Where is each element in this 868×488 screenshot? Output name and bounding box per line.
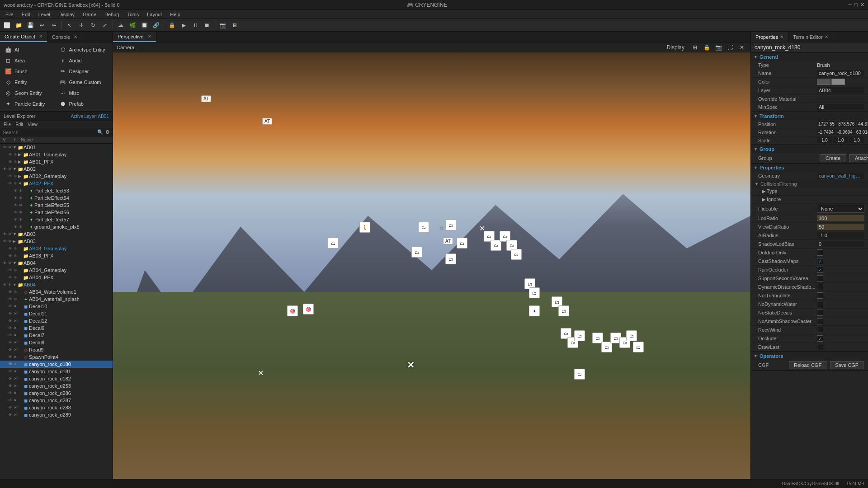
toolbar-open[interactable]: 📁: [14, 20, 24, 30]
create-item-particle[interactable]: ✦ Particle Entity: [2, 99, 57, 109]
tree-item-AB01_PFX[interactable]: 👁 ❄ ▶ 📁 AB01_PFX: [0, 158, 113, 165]
menu-layout[interactable]: Layout: [143, 11, 165, 18]
tab-console-close[interactable]: ✕: [74, 34, 77, 39]
toolbar-snap[interactable]: 🔲: [139, 20, 149, 30]
tree-item-AB03[interactable]: 👁 ❄ ▼ 📁 AB03: [0, 230, 113, 238]
menu-display[interactable]: Display: [55, 11, 78, 18]
prop-color-value[interactable]: [817, 79, 845, 85]
tab-create-object[interactable]: Create Object ✕: [0, 32, 47, 42]
toolbar-play[interactable]: ▶: [179, 20, 189, 30]
pos-x[interactable]: 1727.55: [817, 121, 836, 127]
outdooronly-checkbox[interactable]: [817, 249, 823, 256]
create-item-misc[interactable]: ··· Misc: [57, 88, 111, 99]
tree-item-canyon_rock_d287[interactable]: 👁 ✕ ◼ canyon_rock_d287: [0, 397, 113, 404]
tab-properties[interactable]: Properties ✕: [751, 32, 788, 42]
castshadowmaps-checkbox[interactable]: [817, 258, 823, 264]
menu-tools[interactable]: Tools: [123, 11, 142, 18]
section-properties-header[interactable]: ▼ Properties: [751, 164, 868, 172]
prop-lodratio-value[interactable]: 100: [817, 215, 864, 221]
tree-item-AB02_PFX[interactable]: 👁 ❄ ▼ 📁 AB02_PFX: [0, 180, 113, 187]
toolbar-undo[interactable]: ↩: [37, 20, 47, 30]
toolbar-scale[interactable]: ⤢: [100, 20, 110, 30]
toolbar-move[interactable]: ✛: [76, 20, 86, 30]
tree-item-canyon_rock_d289[interactable]: 👁 ✕ ◼ canyon_rock_d289: [0, 411, 113, 418]
tree-item-canyon_rock_d288[interactable]: 👁 ✕ ◼ canyon_rock_d288: [0, 404, 113, 411]
tree-item-AB02[interactable]: 👁 ❄ ▼ 📁 AB02: [0, 165, 113, 173]
create-item-archetype[interactable]: ⬡ Archetype Entity: [57, 44, 111, 55]
tree-item-canyon_rock_d182[interactable]: 👁 ✕ ◼ canyon_rock_d182: [0, 375, 113, 382]
viewport-canvas[interactable]: AT AT 🚶 🎯 🎯 🗂 🗂 🗂 🗂 🗂 🗂 AT 🗂 🗂 🗂 🗂 🗂 🗂 🗂: [113, 52, 750, 488]
create-item-designer[interactable]: ✏ Designer: [57, 66, 111, 77]
prop-hideable-select[interactable]: None: [817, 205, 864, 213]
scale-z[interactable]: 1.0: [849, 137, 864, 143]
toolbar-rotate[interactable]: ↻: [88, 20, 98, 30]
tree-item-Decal8[interactable]: 👁 ✕ ◼ Decal8: [0, 339, 113, 346]
noammbshadow-checkbox[interactable]: [817, 318, 823, 324]
tree-item-ParticleEffect55[interactable]: 👁 ❄ ✦ ParticleEffect55: [0, 202, 113, 209]
menu-game[interactable]: Game: [79, 11, 100, 18]
toolbar-redo[interactable]: ↪: [49, 20, 59, 30]
recvwind-checkbox[interactable]: [817, 327, 823, 333]
tree-item-canyon_rock_d286[interactable]: 👁 ✕ ◼ canyon_rock_d286: [0, 389, 113, 397]
terrain-tab-close[interactable]: ✕: [825, 34, 828, 39]
pos-z[interactable]: 44.6759: [857, 121, 868, 127]
toolbar-render[interactable]: 🖥: [230, 20, 240, 30]
expand-arrow[interactable]: ▼: [13, 232, 17, 236]
toolbar-grass[interactable]: 🌿: [127, 20, 137, 30]
expand-arrow[interactable]: ▼: [18, 181, 23, 186]
tree-item-AB03_PFX[interactable]: 👁 ❄ 📁 AB03_PFX: [0, 252, 113, 259]
tree-item-ParticleEffect54[interactable]: 👁 ❄ ✦ ParticleEffect54: [0, 194, 113, 202]
tree-item-AB02_Gameplay[interactable]: 👁 ❄ ▶ 📁 AB02_Gameplay: [0, 173, 113, 180]
create-group-btn[interactable]: Create: [820, 154, 846, 162]
toolbar-pause[interactable]: ⏸: [190, 20, 200, 30]
prop-airadius-value[interactable]: -1.0: [817, 232, 864, 239]
tree-item-Decal7[interactable]: 👁 ✕ ◼ Decal7: [0, 332, 113, 339]
tree-item-Decal12[interactable]: 👁 ✕ ◼ Decal12: [0, 317, 113, 324]
expand-arrow[interactable]: ▼: [13, 261, 17, 265]
rot-x[interactable]: -1.7494: [817, 129, 835, 135]
prop-layer-value[interactable]: AB04: [817, 87, 864, 94]
tree-item-Road9[interactable]: 👁 ✕ ◇ Road9: [0, 346, 113, 353]
menu-file[interactable]: File: [2, 11, 17, 18]
prop-minspec-value[interactable]: All: [817, 104, 864, 110]
tree-item-ground_smoke[interactable]: 👁 ❄ ✦ ground_smoke_pfx5: [0, 223, 113, 230]
nostaticdecals-checkbox[interactable]: [817, 310, 823, 316]
toolbar-save[interactable]: 💾: [25, 20, 35, 30]
tree-item-Decal10[interactable]: 👁 ✕ ◼ Decal10: [0, 303, 113, 310]
expand-arrow[interactable]: ▶: [18, 152, 23, 157]
scale-y[interactable]: 1.0: [833, 137, 849, 143]
tree-item-ParticleEffect56[interactable]: 👁 ❄ ✦ ParticleEffect56: [0, 209, 113, 216]
color-swatch-right[interactable]: [831, 79, 845, 85]
viewport-tab-close[interactable]: ✕: [148, 34, 151, 39]
viewport-tab[interactable]: Perspective ✕: [113, 32, 156, 42]
save-cgf-btn[interactable]: Save CGF: [830, 361, 863, 369]
tree-item-AB04_PFX[interactable]: 👁 ❄ 📁 AB04_PFX: [0, 274, 113, 281]
toolbar-new[interactable]: ⬜: [2, 20, 12, 30]
window-controls[interactable]: ─ □ ✕: [849, 2, 864, 8]
expand-arrow[interactable]: ▶: [18, 160, 23, 164]
search-input[interactable]: [3, 130, 95, 135]
tree-item-AB01_Gameplay[interactable]: 👁 ❄ ▶ 📁 AB01_Gameplay: [0, 151, 113, 158]
color-swatch-left[interactable]: [817, 79, 830, 85]
tree-item-Decal11[interactable]: 👁 ✕ ◼ Decal11: [0, 310, 113, 317]
prop-override-material-value[interactable]: [817, 99, 864, 99]
tree-item-SpawnPoint4[interactable]: 👁 ✕ ◇ SpawnPoint4: [0, 353, 113, 361]
create-item-ai[interactable]: 🤖 AI: [2, 44, 57, 55]
pos-y[interactable]: 878.576: [837, 121, 856, 127]
vp-fullscreen-btn[interactable]: ⛶: [725, 42, 735, 52]
toolbar-terrain[interactable]: ⛰: [116, 20, 126, 30]
tree-item-waterfall[interactable]: 👁 ❄ ✦ AB04_waterfall_splash: [0, 296, 113, 303]
menu-view[interactable]: View: [28, 122, 38, 127]
tree-item-Decal6[interactable]: 👁 ✕ ◼ Decal6: [0, 324, 113, 332]
tree-item-ParticleEffect57[interactable]: 👁 ❄ ✦ ParticleEffect57: [0, 216, 113, 223]
vp-lock-btn[interactable]: 🔒: [702, 42, 712, 52]
section-general-header[interactable]: ▼ General: [751, 53, 868, 61]
menu-debug[interactable]: Debug: [101, 11, 123, 18]
section-operators-header[interactable]: ▼ Operators: [751, 352, 868, 360]
close-btn[interactable]: ✕: [860, 2, 864, 8]
attach-group-btn[interactable]: Attach: [849, 154, 868, 162]
tree-item-AB04[interactable]: 👁 ❄ ▼ 📁 AB04: [0, 259, 113, 267]
menu-help[interactable]: Help: [166, 11, 184, 18]
menu-level[interactable]: Level: [35, 11, 54, 18]
vp-close-btn[interactable]: ✕: [737, 42, 747, 52]
